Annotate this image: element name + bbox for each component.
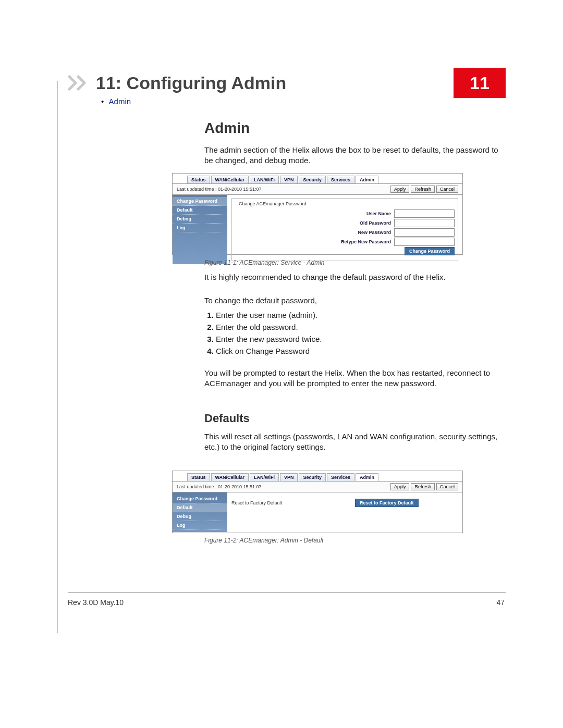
user-name-input[interactable]: [394, 209, 455, 218]
refresh-button[interactable]: Refresh: [411, 186, 435, 193]
reset-to-factory-button[interactable]: Reset to Factory Default: [355, 499, 419, 507]
tab-lan-wifi[interactable]: LAN/WiFi: [250, 176, 279, 183]
sidebar: Change Password Default Debug Log: [173, 195, 227, 264]
new-password-input[interactable]: [394, 228, 455, 237]
reset-label: Reset to Factory Default: [231, 500, 282, 505]
tab-admin[interactable]: Admin: [356, 176, 378, 183]
chapter-number-badge: 11: [454, 68, 506, 98]
sidebar: Change Password Default Debug Log: [173, 492, 227, 532]
sidebar-item-default[interactable]: Default: [173, 206, 227, 215]
step-1: Enter the user name (admin).: [216, 311, 518, 319]
tab-bar: Status WAN/Cellular LAN/WiFi VPN Securit…: [173, 174, 462, 183]
tab-admin[interactable]: Admin: [356, 473, 378, 481]
sidebar-item-log[interactable]: Log: [173, 521, 227, 530]
apply-button[interactable]: Apply: [390, 483, 410, 490]
step-3: Enter the new password twice.: [216, 335, 518, 343]
figure-acemanager-default: Status WAN/Cellular LAN/WiFi VPN Securit…: [172, 471, 463, 533]
retype-password-input[interactable]: [394, 238, 455, 246]
sidebar-item-change-password[interactable]: Change Password: [173, 197, 227, 206]
section-heading-defaults: Defaults: [204, 412, 250, 425]
fieldset-title: Change ACEmanager Password: [237, 201, 308, 206]
old-password-input[interactable]: [394, 219, 455, 227]
tab-security[interactable]: Security: [299, 176, 326, 183]
bullet-icon: •: [101, 97, 104, 106]
timestamp-label: Last updated time : 01-20-2010 15:51:07: [177, 484, 262, 489]
chapter-title: 11: Configuring Admin: [96, 73, 454, 93]
cancel-button[interactable]: Cancel: [436, 186, 458, 193]
tab-services[interactable]: Services: [327, 473, 354, 481]
recommend-paragraph: It is highly recommended to change the d…: [204, 272, 507, 282]
tab-bar: Status WAN/Cellular LAN/WiFi VPN Securit…: [173, 471, 462, 481]
chevron-right-double-icon: [68, 75, 92, 91]
label-new-password: New Password: [358, 230, 391, 235]
label-retype-password: Retype New Password: [341, 239, 391, 244]
to-change-paragraph: To change the default password,: [204, 295, 507, 306]
toc-list: • Admin: [101, 97, 131, 106]
change-password-button[interactable]: Change Password: [405, 247, 455, 255]
label-user-name: User Name: [366, 211, 391, 216]
figure-acemanager-admin: Status WAN/Cellular LAN/WiFi VPN Securit…: [172, 173, 463, 255]
sidebar-item-log[interactable]: Log: [173, 224, 227, 232]
toc-link-admin[interactable]: Admin: [109, 97, 131, 106]
tab-services[interactable]: Services: [327, 176, 354, 183]
footer-rule: [68, 592, 506, 593]
cancel-button[interactable]: Cancel: [436, 483, 458, 490]
content-pane: Change ACEmanager Password User Name Old…: [227, 195, 462, 264]
step-4: Click on Change Password: [216, 347, 518, 355]
tab-vpn[interactable]: VPN: [280, 473, 298, 481]
intro-paragraph: The admin section of the Helix allows th…: [204, 145, 507, 166]
figure-caption-2: Figure 11-2: ACEmanager: Admin - Default: [204, 537, 324, 544]
figure-caption-1: Figure 11-1: ACEmanager: Service - Admin: [204, 259, 325, 266]
tab-status[interactable]: Status: [187, 176, 210, 183]
refresh-button[interactable]: Refresh: [411, 483, 435, 490]
tab-lan-wifi[interactable]: LAN/WiFi: [250, 473, 279, 481]
content-pane: Reset to Factory Default Reset to Factor…: [227, 492, 462, 532]
footer-page-number: 47: [496, 598, 505, 607]
steps-list: Enter the user name (admin). Enter the o…: [204, 307, 518, 359]
defaults-paragraph: This will reset all settings (passwords,…: [204, 431, 507, 453]
tab-wan-cellular[interactable]: WAN/Cellular: [211, 176, 249, 183]
footer-revision: Rev 3.0D May.10: [68, 598, 124, 607]
chapter-header: 11: Configuring Admin 11: [68, 68, 506, 98]
tab-status[interactable]: Status: [187, 473, 210, 481]
step-2: Enter the old password.: [216, 323, 518, 331]
sidebar-item-debug[interactable]: Debug: [173, 215, 227, 224]
after-steps-paragraph: You will be prompted to restart the Heli…: [204, 368, 507, 389]
tab-wan-cellular[interactable]: WAN/Cellular: [211, 473, 249, 481]
sidebar-item-default[interactable]: Default: [173, 503, 227, 512]
section-heading-admin: Admin: [204, 120, 250, 137]
label-old-password: Old Password: [360, 220, 391, 226]
sidebar-item-change-password[interactable]: Change Password: [173, 495, 227, 503]
tab-security[interactable]: Security: [299, 473, 326, 481]
sidebar-item-debug[interactable]: Debug: [173, 512, 227, 521]
toolbar: Last updated time : 01-20-2010 15:51:07 …: [173, 183, 462, 195]
page-left-rule: [57, 81, 58, 633]
tab-vpn[interactable]: VPN: [280, 176, 298, 183]
apply-button[interactable]: Apply: [390, 186, 410, 193]
timestamp-label: Last updated time : 01-20-2010 15:51:07: [177, 187, 262, 192]
toolbar: Last updated time : 01-20-2010 15:51:07 …: [173, 481, 462, 492]
